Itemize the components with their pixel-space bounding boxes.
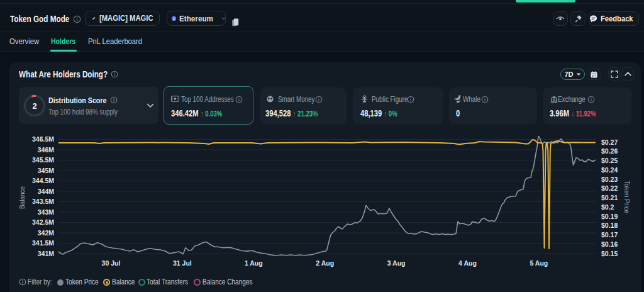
svg-text:343M: 343M — [38, 208, 55, 216]
svg-text:345M: 345M — [38, 167, 55, 174]
svg-text:3 Aug: 3 Aug — [387, 259, 406, 267]
svg-text:2 Aug: 2 Aug — [316, 259, 334, 267]
svg-text:$0.21: $0.21 — [601, 194, 618, 201]
svg-text:$0.25: $0.25 — [601, 157, 618, 164]
svg-text:31 Jul: 31 Jul — [173, 259, 192, 267]
svg-text:2: 2 — [32, 101, 36, 111]
svg-text:346M: 346M — [38, 146, 55, 154]
svg-text:$0.16: $0.16 — [601, 240, 618, 248]
svg-text:5 Aug: 5 Aug — [530, 259, 548, 267]
svg-text:343.5M: 343.5M — [32, 198, 54, 205]
svg-text:$0.2: $0.2 — [601, 203, 614, 211]
svg-text:$0.26: $0.26 — [601, 147, 618, 155]
svg-text:$0.24: $0.24 — [601, 166, 618, 174]
svg-text:$0.17: $0.17 — [601, 231, 618, 239]
svg-text:342.5M: 342.5M — [32, 218, 54, 226]
svg-text:30 Jul: 30 Jul — [102, 259, 121, 267]
svg-text:$0.18: $0.18 — [601, 222, 618, 229]
svg-text:4 Aug: 4 Aug — [458, 259, 477, 267]
svg-text:342M: 342M — [38, 229, 55, 237]
svg-text:344M: 344M — [38, 188, 55, 195]
svg-text:$0.15: $0.15 — [601, 250, 618, 257]
svg-text:341.5M: 341.5M — [32, 239, 54, 247]
svg-text:345.5M: 345.5M — [32, 156, 54, 164]
svg-text:346.5M: 346.5M — [32, 135, 54, 143]
svg-text:$0.27: $0.27 — [601, 138, 618, 146]
svg-text:Balance: Balance — [19, 186, 26, 209]
svg-text:$0.19: $0.19 — [601, 213, 618, 220]
svg-text:341M: 341M — [38, 250, 55, 257]
svg-text:$0.22: $0.22 — [601, 184, 618, 192]
svg-text:1 Aug: 1 Aug — [245, 259, 263, 267]
svg-text:Token Price: Token Price — [623, 181, 630, 214]
svg-text:$0.23: $0.23 — [601, 176, 618, 183]
svg-text:344.5M: 344.5M — [32, 177, 54, 184]
